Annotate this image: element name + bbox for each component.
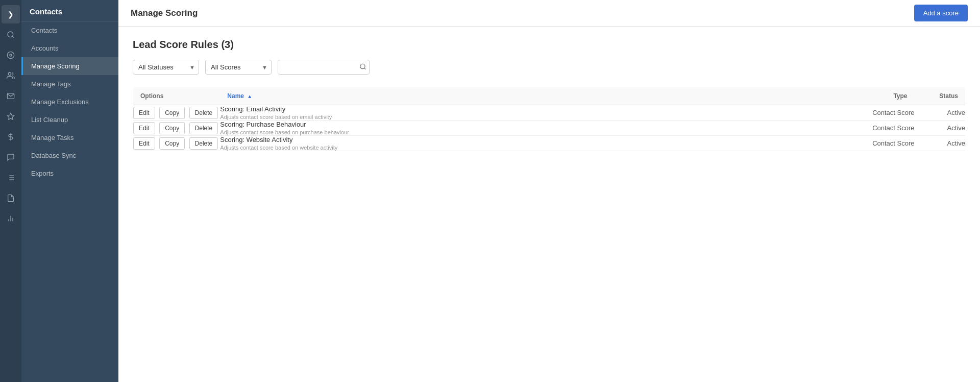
col-header-options: Options	[133, 87, 220, 105]
search-button[interactable]	[359, 63, 366, 71]
row-type-cell: Contact Score	[823, 105, 915, 121]
filters-row: All Statuses ▼ All Scores ▼	[133, 60, 966, 75]
row-name-cell: Scoring: Purchase Behaviour Adjusts cont…	[220, 121, 822, 136]
icon-sidebar: ❯	[0, 0, 21, 382]
sidebar-item-manage-exclusions[interactable]: Manage Exclusions	[21, 93, 118, 111]
sidebar-item-list-cleanup[interactable]: List Cleanup	[21, 111, 118, 129]
delete-button-2[interactable]: Delete	[189, 122, 218, 134]
row-options-cell: Edit Copy Delete	[133, 121, 220, 136]
row-status-cell: Active	[915, 105, 966, 121]
chart-nav-icon[interactable]	[2, 209, 20, 228]
svg-point-2	[7, 52, 14, 58]
svg-line-1	[12, 36, 14, 38]
table-row: Edit Copy Delete Scoring: Website Activi…	[133, 136, 966, 151]
section-heading: Lead Score Rules (3)	[133, 39, 966, 51]
score-name: Scoring: Purchase Behaviour	[220, 121, 822, 128]
search-wrap	[278, 60, 370, 75]
row-options-cell: Edit Copy Delete	[133, 136, 220, 151]
collapse-icon[interactable]: ❯	[2, 5, 20, 23]
svg-point-4	[8, 73, 11, 75]
svg-line-17	[364, 68, 366, 69]
col-header-type: Type	[823, 87, 915, 105]
list-nav-icon[interactable]	[2, 169, 20, 187]
search-input[interactable]	[278, 60, 370, 75]
copy-button-3[interactable]: Copy	[159, 137, 185, 150]
table-empty-row	[133, 151, 966, 182]
score-table: Options Name ▲ Type Status Edit Copy Del…	[133, 87, 966, 182]
search-nav-icon[interactable]	[2, 26, 20, 44]
doc-nav-icon[interactable]	[2, 189, 20, 207]
chat-nav-icon[interactable]	[2, 148, 20, 166]
svg-marker-5	[7, 113, 14, 120]
table-row: Edit Copy Delete Scoring: Email Activity…	[133, 105, 966, 121]
table-row: Edit Copy Delete Scoring: Purchase Behav…	[133, 121, 966, 136]
status-filter[interactable]: All Statuses	[133, 60, 199, 75]
users-nav-icon[interactable]	[2, 66, 20, 85]
score-name: Scoring: Website Activity	[220, 136, 822, 144]
sort-arrow-icon: ▲	[247, 93, 252, 99]
main-content: Manage Scoring Add a score Lead Score Ru…	[118, 0, 980, 382]
score-filter-wrap: All Scores ▼	[205, 60, 272, 75]
left-nav: Contacts Contacts Accounts Manage Scorin…	[21, 0, 118, 382]
row-type-cell: Contact Score	[823, 121, 915, 136]
score-description: Adjusts contact score based on website a…	[220, 145, 822, 151]
content-area: Lead Score Rules (3) All Statuses ▼ All …	[118, 27, 980, 195]
svg-point-3	[10, 54, 12, 56]
add-score-button[interactable]: Add a score	[914, 5, 968, 21]
copy-button-2[interactable]: Copy	[159, 122, 185, 134]
edit-button-1[interactable]: Edit	[133, 107, 155, 119]
row-status-cell: Active	[915, 136, 966, 151]
row-status-cell: Active	[915, 121, 966, 136]
score-description: Adjusts contact score based on email act…	[220, 114, 822, 120]
activity-nav-icon[interactable]	[2, 46, 20, 64]
score-description: Adjusts contact score based on purchase …	[220, 129, 822, 135]
dollar-nav-icon[interactable]	[2, 128, 20, 146]
score-filter[interactable]: All Scores	[205, 60, 272, 75]
nav-section-title: Contacts	[21, 0, 118, 21]
top-header: Manage Scoring Add a score	[118, 0, 980, 27]
delete-button-1[interactable]: Delete	[189, 107, 218, 119]
row-options-cell: Edit Copy Delete	[133, 105, 220, 121]
row-name-cell: Scoring: Email Activity Adjusts contact …	[220, 105, 822, 121]
copy-button-1[interactable]: Copy	[159, 107, 185, 119]
edit-button-3[interactable]: Edit	[133, 137, 155, 150]
svg-point-16	[360, 64, 365, 68]
sidebar-item-exports[interactable]: Exports	[21, 164, 118, 182]
tag-nav-icon[interactable]	[2, 107, 20, 126]
sidebar-item-manage-tasks[interactable]: Manage Tasks	[21, 129, 118, 147]
sidebar-item-manage-tags[interactable]: Manage Tags	[21, 75, 118, 93]
row-name-cell: Scoring: Website Activity Adjusts contac…	[220, 136, 822, 151]
col-header-status: Status	[915, 87, 966, 105]
table-header-row: Options Name ▲ Type Status	[133, 87, 966, 105]
sidebar-item-contacts[interactable]: Contacts	[21, 21, 118, 39]
col-header-name: Name ▲	[220, 87, 822, 105]
sidebar-item-database-sync[interactable]: Database Sync	[21, 147, 118, 164]
sidebar-item-accounts[interactable]: Accounts	[21, 39, 118, 57]
page-title: Manage Scoring	[131, 8, 198, 18]
empty-cell	[133, 151, 966, 182]
edit-button-2[interactable]: Edit	[133, 122, 155, 134]
sidebar-item-manage-scoring[interactable]: Manage Scoring	[21, 57, 118, 75]
svg-point-0	[8, 32, 13, 37]
status-filter-wrap: All Statuses ▼	[133, 60, 199, 75]
score-name: Scoring: Email Activity	[220, 105, 822, 113]
row-type-cell: Contact Score	[823, 136, 915, 151]
mail-nav-icon[interactable]	[2, 87, 20, 105]
delete-button-3[interactable]: Delete	[189, 137, 218, 150]
